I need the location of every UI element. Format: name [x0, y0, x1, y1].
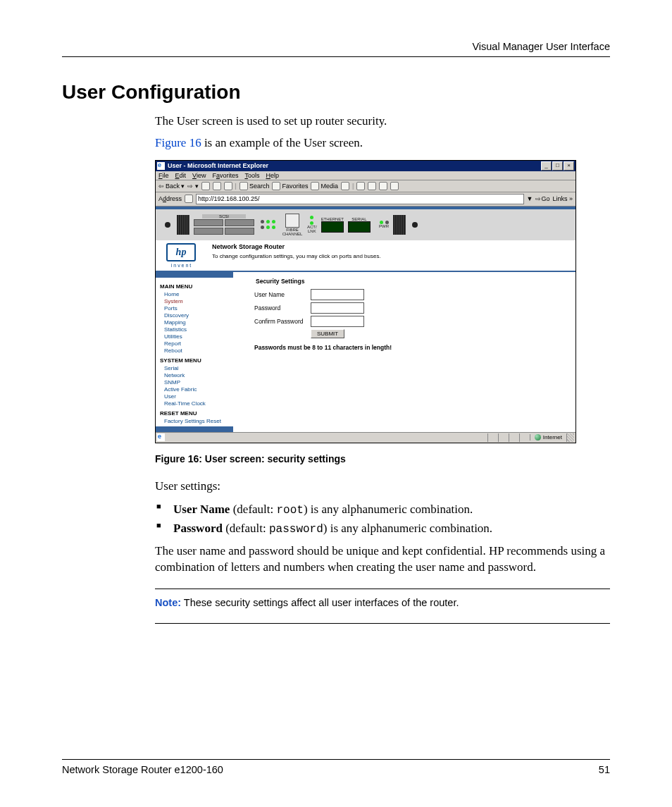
window-title: User - Microsoft Internet Explorer [168, 162, 540, 169]
actlnk-label: ACT/ LNK [307, 225, 317, 233]
close-button[interactable]: × [564, 161, 574, 171]
screw-icon-2 [412, 222, 418, 228]
page-icon [185, 195, 193, 203]
toolbar: ⇦ Back ▾ ⇨ ▾ | Search Favorites Media | [156, 180, 575, 192]
ethernet-port[interactable] [321, 221, 344, 233]
forward-button[interactable]: ⇨ ▾ [187, 183, 199, 190]
intro-paragraph-1: The User screen is used to set up router… [155, 113, 610, 130]
figure-link[interactable]: Figure 16 [155, 136, 201, 149]
confirm-password-input[interactable] [311, 316, 364, 327]
history-icon[interactable] [341, 182, 349, 190]
menu-file[interactable]: File [158, 172, 169, 179]
favorites-button[interactable]: Favorites [272, 182, 308, 190]
footer-rule [62, 759, 610, 760]
username-label: User Name [254, 291, 311, 298]
status-bar: Internet [156, 432, 575, 443]
menu-favorites[interactable]: Favorites [212, 172, 238, 179]
hp-logo-icon: hp [166, 243, 196, 261]
sidebar-item-network[interactable]: Network [160, 372, 230, 379]
sidebar-item-statistics[interactable]: Statistics [160, 326, 230, 333]
system-menu-head: SYSTEM MENU [160, 357, 230, 364]
submit-button[interactable]: SUBMIT [311, 329, 344, 338]
edit-icon[interactable] [379, 182, 387, 190]
bullet1-code: root [277, 504, 304, 517]
search-button[interactable]: Search [239, 182, 270, 190]
password-label: Password [254, 304, 311, 312]
minimize-button[interactable]: _ [541, 161, 552, 171]
bullet2-code: password [269, 523, 323, 536]
screw-icon [165, 222, 170, 228]
status-ie-icon [157, 433, 165, 441]
sidebar-item-home[interactable]: Home [160, 291, 230, 298]
sidebar-item-factory-reset[interactable]: Factory Settings Reset [160, 418, 230, 425]
reset-menu-head: RESET MENU [160, 410, 230, 417]
fc-port[interactable] [285, 214, 299, 228]
scsi-port-0[interactable] [194, 219, 223, 226]
footer-title: Network Storage Router e1200-160 [62, 764, 223, 775]
home-icon[interactable] [224, 182, 232, 190]
mail-icon[interactable] [356, 182, 365, 190]
discuss-icon[interactable] [390, 182, 399, 190]
fc-label: FIBRE CHANNEL [282, 228, 303, 236]
ie-icon [157, 162, 165, 170]
serial-block: SERIAL [348, 217, 371, 233]
stop-icon[interactable] [201, 182, 210, 190]
note-lead: Note: [155, 597, 181, 608]
print-icon[interactable] [368, 182, 376, 190]
scsi-label: SCSI [202, 214, 246, 218]
sidebar: MAIN MENU Home System Ports Discovery Ma… [156, 272, 233, 432]
password-rule-text: Passwords must be 8 to 11 characters in … [254, 344, 568, 351]
scsi-port-2[interactable] [194, 228, 223, 235]
scsi-port-1[interactable] [225, 219, 254, 226]
main-menu-head: MAIN MENU [160, 283, 230, 290]
sidebar-item-serial[interactable]: Serial [160, 365, 230, 372]
sidebar-item-realtime-clock[interactable]: Real-Time Clock [160, 400, 230, 407]
menu-help[interactable]: Help [266, 172, 279, 179]
resize-grip-icon[interactable] [566, 433, 574, 442]
device-panel: SCSI [156, 209, 575, 240]
maximize-button[interactable]: □ [552, 161, 563, 171]
serial-port[interactable] [348, 221, 371, 233]
sidebar-item-ports[interactable]: Ports [160, 305, 230, 312]
scsi-leds [261, 220, 275, 229]
note-rule-bottom [155, 623, 610, 624]
sidebar-item-discovery[interactable]: Discovery [160, 312, 230, 319]
router-title: Network Storage Router [212, 243, 381, 250]
address-dropdown[interactable]: ▼ [527, 195, 533, 202]
sidebar-item-user[interactable]: User [160, 393, 230, 400]
sidebar-item-utilities[interactable]: Utilities [160, 333, 230, 340]
menu-edit[interactable]: Edit [175, 172, 187, 179]
sidebar-item-reboot[interactable]: Reboot [160, 347, 230, 355]
figure-screenshot: User - Microsoft Internet Explorer _ □ ×… [155, 160, 576, 443]
section-title: User Configuration [62, 81, 610, 104]
figure-caption: Figure 16: User screen: security setting… [155, 453, 610, 464]
bullet2-term: Password [173, 522, 223, 535]
security-zone: Internet [530, 434, 566, 441]
sidebar-item-system[interactable]: System [160, 298, 230, 305]
vent-icon-2 [393, 215, 406, 235]
address-bar: Address ▼ ⇨Go Links » [156, 192, 575, 207]
sidebar-item-mapping[interactable]: Mapping [160, 319, 230, 326]
media-button[interactable]: Media [311, 182, 338, 190]
back-button[interactable]: ⇦ Back ▾ [158, 183, 185, 190]
list-item: Password (default: password) is any alph… [155, 519, 610, 538]
username-input[interactable] [311, 289, 364, 300]
menu-tools[interactable]: Tools [244, 172, 259, 179]
scsi-port-3[interactable] [225, 228, 254, 235]
user-settings-lead: User settings: [155, 479, 610, 495]
sidebar-item-active-fabric[interactable]: Active Fabric [160, 386, 230, 393]
password-input[interactable] [311, 302, 364, 314]
confidentiality-paragraph: The user name and password should be uni… [155, 543, 610, 576]
sidebar-item-report[interactable]: Report [160, 340, 230, 347]
links-label[interactable]: Links » [552, 195, 573, 202]
address-input[interactable] [196, 194, 523, 204]
sidebar-item-snmp[interactable]: SNMP [160, 379, 230, 386]
note-block: Note: These security settings affect all… [155, 596, 610, 610]
go-button[interactable]: ⇨Go [535, 195, 549, 202]
menu-view[interactable]: View [192, 172, 206, 179]
confirm-password-label: Confirm Password [254, 318, 311, 325]
page-number: 51 [599, 764, 610, 775]
refresh-icon[interactable] [213, 182, 221, 190]
address-label: Address [158, 195, 182, 202]
vent-icon [177, 215, 189, 235]
